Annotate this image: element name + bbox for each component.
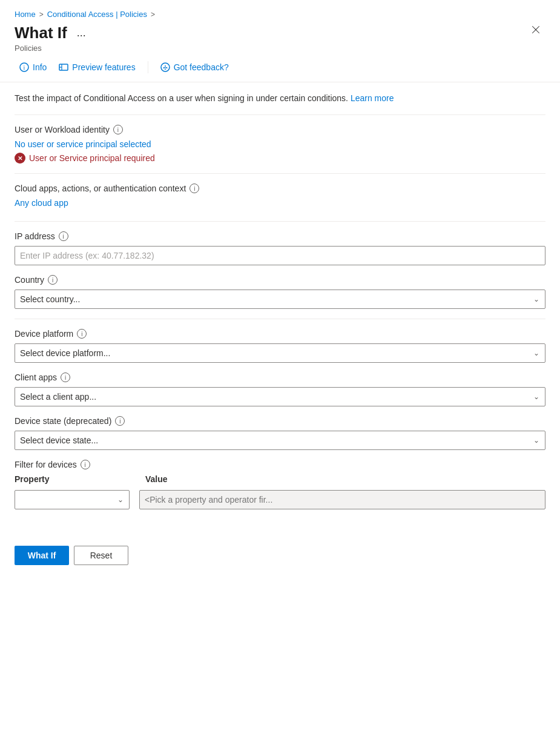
cloud-apps-section: Cloud apps, actions, or authentication c… [15, 184, 545, 211]
client-apps-select-wrapper: Select a client app... ⌄ [15, 387, 545, 406]
device-platform-select[interactable]: Select device platform... [15, 343, 545, 363]
ellipsis-button[interactable]: ... [73, 25, 90, 41]
filter-property-select[interactable] [15, 490, 130, 509]
client-apps-label-text: Client apps [15, 372, 57, 382]
ip-address-section: IP address i [15, 231, 545, 265]
title-row: What If ... [15, 24, 90, 42]
page-title: What If [15, 24, 67, 42]
device-state-select-wrapper: Select device state... ⌄ [15, 431, 545, 450]
filter-header-row: Property Value [15, 474, 545, 486]
country-label-text: Country [15, 275, 44, 285]
user-identity-section: User or Workload identity i No user or s… [15, 125, 545, 164]
country-select-wrapper: Select country... ⌄ [15, 290, 545, 309]
reset-button[interactable]: Reset [74, 546, 128, 565]
device-state-section: Device state (deprecated) i Select devic… [15, 416, 545, 450]
divider-1 [15, 114, 545, 115]
feedback-button[interactable]: Got feedback? [156, 60, 234, 74]
breadcrumb: Home > Conditional Access | Policies > [0, 0, 560, 21]
user-identity-error-row: User or Service principal required [15, 153, 545, 164]
toolbar: i Info Preview features [0, 53, 560, 82]
info-label: Info [33, 62, 47, 72]
feedback-label: Got feedback? [174, 62, 229, 72]
filter-value-input[interactable] [139, 490, 545, 509]
svg-point-10 [165, 68, 166, 70]
filter-devices-section: Filter for devices i Property Value ⌄ [15, 460, 545, 509]
what-if-panel: Home > Conditional Access | Policies > W… [0, 0, 560, 745]
device-platform-select-wrapper: Select device platform... ⌄ [15, 343, 545, 363]
user-identity-error-text: User or Service principal required [29, 153, 155, 163]
learn-more-link[interactable]: Learn more [351, 93, 394, 103]
svg-text:i: i [24, 64, 25, 71]
filter-devices-table: Property Value ⌄ [15, 474, 545, 509]
ip-address-info-icon[interactable]: i [59, 231, 68, 241]
breadcrumb-sep-2: > [151, 10, 155, 19]
info-button[interactable]: i Info [15, 60, 51, 74]
client-apps-section: Client apps i Select a client app... ⌄ [15, 372, 545, 406]
user-identity-info-icon[interactable]: i [113, 125, 123, 134]
cloud-apps-value[interactable]: Any cloud app [15, 198, 68, 208]
ip-address-label-text: IP address [15, 231, 55, 241]
breadcrumb-home[interactable]: Home [15, 10, 36, 19]
user-identity-label: User or Workload identity i [15, 125, 545, 134]
desc-main: Test the impact of Conditional Access on… [15, 93, 348, 103]
device-platform-section: Device platform i Select device platform… [15, 329, 545, 363]
user-identity-link[interactable]: No user or service principal selected [15, 139, 151, 149]
panel-header: What If ... Policies [0, 21, 560, 53]
preview-features-label: Preview features [72, 62, 135, 72]
filter-devices-label-text: Filter for devices [15, 460, 77, 469]
preview-icon [59, 62, 68, 72]
country-section: Country i Select country... ⌄ [15, 275, 545, 309]
svg-point-6 [165, 65, 166, 67]
ip-address-label: IP address i [15, 231, 545, 241]
info-icon: i [19, 62, 29, 72]
divider-3 [15, 221, 545, 222]
country-info-icon[interactable]: i [48, 275, 58, 285]
breadcrumb-policies[interactable]: Conditional Access | Policies [47, 10, 147, 19]
close-icon [531, 25, 541, 35]
client-apps-info-icon[interactable]: i [61, 372, 70, 382]
device-platform-info-icon[interactable]: i [77, 329, 87, 339]
breadcrumb-sep-1: > [39, 10, 44, 19]
svg-point-8 [163, 67, 164, 68]
device-platform-label: Device platform i [15, 329, 545, 339]
divider-2 [15, 173, 545, 174]
footer-buttons: What If Reset [0, 534, 560, 577]
svg-point-9 [166, 67, 167, 68]
toolbar-divider [148, 61, 148, 73]
cloud-apps-label-text: Cloud apps, actions, or authentication c… [15, 184, 186, 193]
device-state-label-text: Device state (deprecated) [15, 416, 111, 426]
feedback-icon [160, 62, 170, 72]
cloud-apps-info-icon[interactable]: i [189, 184, 199, 193]
cloud-apps-label: Cloud apps, actions, or authentication c… [15, 184, 545, 193]
country-select[interactable]: Select country... [15, 290, 545, 309]
filter-devices-label: Filter for devices i [15, 460, 545, 469]
filter-property-header: Property [15, 474, 136, 486]
description-text: Test the impact of Conditional Access on… [15, 92, 545, 105]
close-button[interactable] [526, 22, 545, 40]
filter-property-select-wrapper: ⌄ [15, 490, 130, 509]
client-apps-label: Client apps i [15, 372, 545, 382]
divider-4 [15, 319, 545, 319]
preview-features-button[interactable]: Preview features [54, 60, 140, 74]
client-apps-select[interactable]: Select a client app... [15, 387, 545, 406]
error-icon [15, 153, 25, 164]
what-if-button[interactable]: What If [15, 546, 69, 565]
device-state-label: Device state (deprecated) i [15, 416, 545, 426]
filter-devices-info-icon[interactable]: i [81, 460, 90, 469]
filter-input-row: ⌄ [15, 490, 545, 509]
device-state-info-icon[interactable]: i [115, 416, 125, 426]
page-subtitle: Policies [15, 44, 90, 53]
ip-address-input[interactable] [15, 246, 545, 265]
device-platform-label-text: Device platform [15, 329, 73, 339]
device-state-select[interactable]: Select device state... [15, 431, 545, 450]
country-label: Country i [15, 275, 545, 285]
filter-value-header: Value [136, 474, 545, 486]
user-identity-label-text: User or Workload identity [15, 125, 110, 134]
content-area: Test the impact of Conditional Access on… [0, 82, 560, 529]
title-area: What If ... Policies [15, 24, 90, 53]
